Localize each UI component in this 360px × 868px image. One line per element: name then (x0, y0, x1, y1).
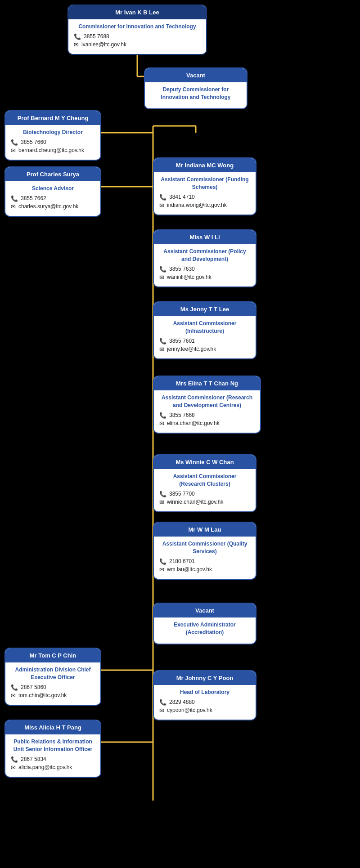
email-icon: ✉ (159, 707, 164, 714)
wili-name: Miss W I Li (189, 234, 220, 241)
vacant-exec-role: Executive Administrator (Accreditation) (159, 621, 250, 636)
indiana-role: Assistant Commissioner (Funding Schemes) (159, 176, 250, 191)
wili-role: Assistant Commissioner (Policy and Devel… (159, 248, 250, 263)
email-icon: ✉ (11, 147, 16, 154)
alicia-header: Miss Alicia H T Pang (5, 720, 100, 734)
alicia-body: Public Relations & Information Unit Seni… (5, 734, 100, 777)
winnie-body: Assistant Commissioner (Research Cluster… (154, 469, 256, 511)
wmlau-header: Mr W M Lau (154, 523, 256, 537)
deputy-header: Vacant (145, 68, 247, 82)
surya-body: Science Advisor 📞 3855 7662 ✉ charles.su… (5, 181, 100, 216)
phone-icon: 📞 (11, 139, 18, 146)
elina-body: Assistant Commissioner (Research and Dev… (154, 390, 260, 433)
surya-name: Prof Charles Surya (27, 171, 79, 178)
elina-header: Mrs Elina T T Chan Ng (154, 376, 260, 390)
vacant-exec-status: Vacant (195, 607, 214, 614)
email-icon: ✉ (159, 499, 164, 506)
email-icon: ✉ (159, 346, 164, 353)
deputy-body: Deputy Commissioner for Innovation and T… (145, 82, 247, 108)
phone-icon: 📞 (11, 684, 18, 691)
phone-icon: 📞 (159, 558, 166, 565)
email-icon: ✉ (159, 566, 164, 573)
card-elina: Mrs Elina T T Chan Ng Assistant Commissi… (153, 376, 261, 434)
surya-role: Science Advisor (11, 185, 95, 192)
bernard-phone: 📞 3855 7660 (11, 139, 95, 146)
jenny-body: Assistant Commissioner (Infrastructure) … (154, 316, 256, 358)
surya-header: Prof Charles Surya (5, 167, 100, 181)
winnie-phone: 📞 3855 7700 (159, 491, 250, 497)
elina-phone: 📞 3855 7668 (159, 412, 255, 419)
card-wmlau: Mr W M Lau Assistant Commissioner (Quali… (153, 522, 256, 580)
surya-email: ✉ charles.surya@itc.gov.hk (11, 203, 95, 210)
card-tom: Mr Tom C P Chin Administration Division … (4, 648, 101, 706)
card-commissioner: Mr Ivan K B Lee Commissioner for Innovat… (68, 4, 207, 55)
phone-icon: 📞 (74, 33, 81, 40)
alicia-name: Miss Alicia H T Pang (24, 724, 81, 731)
surya-phone: 📞 3855 7662 (11, 195, 95, 202)
alicia-role: Public Relations & Information Unit Seni… (11, 738, 95, 753)
phone-icon: 📞 (159, 491, 166, 497)
johnny-role: Head of Laboratory (159, 689, 250, 696)
jenny-role: Assistant Commissioner (Infrastructure) (159, 320, 250, 335)
card-surya: Prof Charles Surya Science Advisor 📞 385… (4, 166, 101, 217)
wili-email: ✉ waninli@itc.gov.hk (159, 274, 250, 281)
email-icon: ✉ (159, 274, 164, 281)
bernard-email: ✉ bernard.cheung@itc.gov.hk (11, 147, 95, 154)
johnny-name: Mr Johnny C Y Poon (176, 675, 234, 681)
winnie-role: Assistant Commissioner (Research Cluster… (159, 473, 250, 488)
indiana-email: ✉ indiana.wong@itc.gov.hk (159, 202, 250, 209)
jenny-phone: 📞 3855 7601 (159, 338, 250, 345)
card-bernard: Prof Bernard M Y Cheung Biotechnology Di… (4, 110, 101, 161)
elina-name: Mrs Elina T T Chan Ng (176, 380, 238, 387)
indiana-name: Mr Indiana MC Wong (176, 162, 234, 169)
commissioner-role: Commissioner for Innovation and Technolo… (74, 23, 201, 31)
bernard-role: Biotechnology Director (11, 129, 95, 136)
deputy-role: Deputy Commissioner for Innovation and T… (150, 86, 241, 101)
email-icon: ✉ (159, 420, 164, 427)
winnie-header: Ms Winnie C W Chan (154, 455, 256, 469)
commissioner-body: Commissioner for Innovation and Technolo… (68, 19, 206, 54)
wili-header: Miss W I Li (154, 230, 256, 244)
card-alicia: Miss Alicia H T Pang Public Relations & … (4, 720, 101, 778)
wmlau-phone: 📞 2180 6701 (159, 558, 250, 565)
johnny-email: ✉ cypoon@itc.gov.hk (159, 707, 250, 714)
johnny-body: Head of Laboratory 📞 2829 4880 ✉ cypoon@… (154, 685, 256, 720)
phone-icon: 📞 (11, 756, 18, 763)
jenny-email: ✉ jenny.lee@itc.gov.hk (159, 346, 250, 353)
wili-body: Assistant Commissioner (Policy and Devel… (154, 244, 256, 286)
commissioner-header: Mr Ivan K B Lee (68, 5, 206, 19)
elina-email: ✉ elina.chan@itc.gov.hk (159, 420, 255, 427)
wmlau-body: Assistant Commissioner (Quality Services… (154, 537, 256, 579)
card-deputy: Vacant Deputy Commissioner for Innovatio… (144, 67, 248, 109)
indiana-body: Assistant Commissioner (Funding Schemes)… (154, 172, 256, 215)
tom-role: Administration Division Chief Executive … (11, 666, 95, 681)
wili-phone: 📞 3855 7630 (159, 266, 250, 273)
johnny-header: Mr Johnny C Y Poon (154, 671, 256, 685)
deputy-status: Vacant (186, 72, 205, 79)
jenny-header: Ms Jenny T T Lee (154, 302, 256, 316)
jenny-name: Ms Jenny T T Lee (180, 306, 229, 313)
alicia-email: ✉ alicia.pang@itc.gov.hk (11, 764, 95, 771)
org-chart: Mr Ivan K B Lee Commissioner for Innovat… (0, 0, 360, 868)
vacant-exec-header: Vacant (154, 604, 256, 617)
commissioner-phone: 📞 3855 7688 (74, 33, 201, 40)
commissioner-email: ✉ ivanlee@itc.gov.hk (74, 41, 201, 48)
winnie-name: Ms Winnie C W Chan (176, 459, 234, 465)
bernard-name: Prof Bernard M Y Cheung (18, 115, 89, 121)
tom-email: ✉ tom.chin@itc.gov.hk (11, 692, 95, 699)
bernard-header: Prof Bernard M Y Cheung (5, 111, 100, 125)
tom-phone: 📞 2867 5860 (11, 684, 95, 691)
commissioner-name: Mr Ivan K B Lee (115, 9, 159, 16)
winnie-email: ✉ winnie.chan@itc.gov.hk (159, 499, 250, 506)
vacant-exec-body: Executive Administrator (Accreditation) (154, 617, 256, 644)
wmlau-name: Mr W M Lau (189, 526, 221, 533)
tom-header: Mr Tom C P Chin (5, 649, 100, 662)
elina-role: Assistant Commissioner (Research and Dev… (159, 394, 255, 409)
email-icon: ✉ (159, 202, 164, 209)
johnny-phone: 📞 2829 4880 (159, 699, 250, 706)
phone-icon: 📞 (159, 338, 166, 345)
card-winnie: Ms Winnie C W Chan Assistant Commissione… (153, 454, 256, 512)
phone-icon: 📞 (159, 194, 166, 201)
indiana-phone: 📞 3841 4710 (159, 194, 250, 201)
email-icon: ✉ (74, 41, 79, 48)
